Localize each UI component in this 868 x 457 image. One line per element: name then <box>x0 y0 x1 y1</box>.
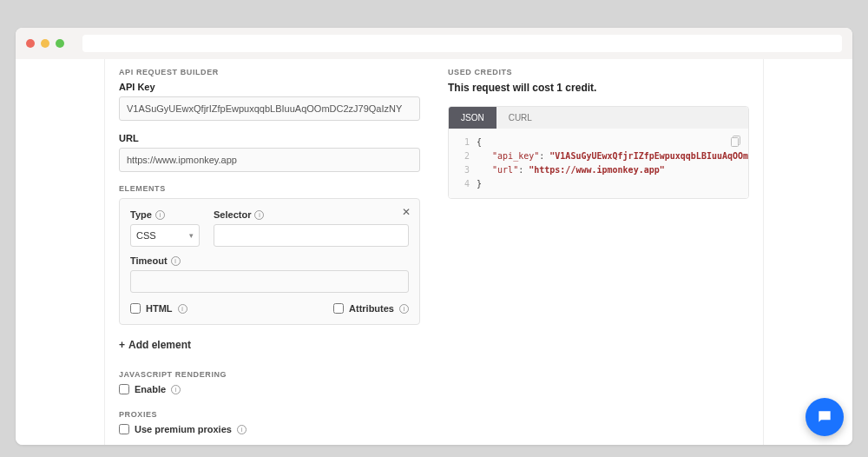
timeout-input[interactable] <box>130 270 409 293</box>
attributes-checkbox-row[interactable]: Attributes i <box>333 303 409 314</box>
enable-js-checkbox-row[interactable]: Enable i <box>119 384 420 394</box>
tab-curl[interactable]: CURL <box>496 107 544 129</box>
html-checkbox[interactable] <box>130 303 141 314</box>
add-element-button[interactable]: + Add element <box>119 335 420 354</box>
credits-text: This request will cost 1 credit. <box>448 82 749 94</box>
attributes-checkbox[interactable] <box>333 303 344 314</box>
code-panel: JSON CURL 1{ 2 "api_key": "V1ASuGyUEwxQf… <box>448 106 749 199</box>
info-icon[interactable]: i <box>155 210 165 220</box>
titlebar <box>16 28 852 59</box>
chevron-down-icon: ▾ <box>189 231 194 240</box>
close-icon[interactable]: ✕ <box>402 206 411 218</box>
html-checkbox-row[interactable]: HTML i <box>130 303 187 314</box>
info-icon[interactable]: i <box>399 304 409 314</box>
browser-window: API REQUEST BUILDER API Key URL ELEMENTS… <box>16 28 852 445</box>
premium-proxies-checkbox-row[interactable]: Use premium proxies i <box>119 424 420 434</box>
svg-rect-1 <box>732 138 739 147</box>
code-tabs: JSON CURL <box>449 107 748 129</box>
window-max-icon[interactable] <box>56 39 64 48</box>
copy-icon[interactable] <box>731 136 741 152</box>
chat-icon <box>816 408 833 426</box>
left-column: API REQUEST BUILDER API Key URL ELEMENTS… <box>105 59 434 445</box>
section-title-builder: API REQUEST BUILDER <box>119 68 420 76</box>
selector-input[interactable] <box>214 224 409 247</box>
plus-icon: + <box>119 339 125 351</box>
section-title-proxies: PROXIES <box>119 410 420 419</box>
info-icon[interactable]: i <box>178 304 187 314</box>
timeout-label: Timeout i <box>130 255 409 266</box>
enable-js-checkbox[interactable] <box>119 384 129 394</box>
type-label: Type i <box>130 209 200 220</box>
info-icon[interactable]: i <box>171 385 181 394</box>
address-bar[interactable] <box>82 35 842 52</box>
url-label: URL <box>119 133 420 143</box>
chat-fab-button[interactable] <box>806 398 844 436</box>
window-close-icon[interactable] <box>26 39 35 48</box>
url-input[interactable] <box>119 148 420 172</box>
info-icon[interactable]: i <box>171 256 181 266</box>
section-title-elements: ELEMENTS <box>119 184 420 193</box>
info-icon[interactable]: i <box>237 425 247 434</box>
api-key-label: API Key <box>119 82 420 92</box>
type-select[interactable]: CSS ▾ <box>130 224 200 247</box>
info-icon[interactable]: i <box>254 210 264 220</box>
section-title-credits: USED CREDITS <box>448 68 749 76</box>
right-column: USED CREDITS This request will cost 1 cr… <box>434 59 763 445</box>
code-body: 1{ 2 "api_key": "V1ASuGyUEwxQfjrIZfpEwpu… <box>449 129 748 198</box>
page-content: API REQUEST BUILDER API Key URL ELEMENTS… <box>16 59 852 445</box>
selector-label: Selector i <box>214 209 409 220</box>
window-min-icon[interactable] <box>41 39 49 48</box>
api-key-input[interactable] <box>119 96 420 121</box>
section-title-js: JAVASCRIPT RENDERING <box>119 370 420 379</box>
element-config-card: ✕ Type i CSS ▾ <box>119 198 420 325</box>
premium-proxies-checkbox[interactable] <box>119 424 129 434</box>
tab-json[interactable]: JSON <box>449 107 496 129</box>
